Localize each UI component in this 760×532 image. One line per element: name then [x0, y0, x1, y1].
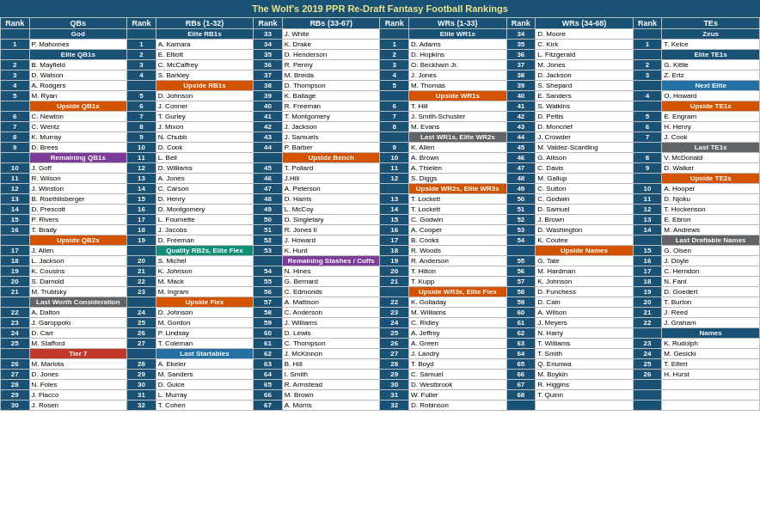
- qb-rank-23: 23: [1, 318, 30, 328]
- page-title: The Wolf's 2019 PPR Re-Draft Fantasy Foo…: [252, 3, 508, 14]
- wr1-player-19: R. Anderson: [408, 256, 506, 266]
- rb1-sec-upside: Upside RB1s: [156, 81, 254, 91]
- wr2-rank-64: 64: [506, 349, 536, 359]
- te-sec-upside2-rank: [633, 174, 662, 184]
- rb2-sec-upside: Upside Bench: [282, 153, 380, 163]
- rb1-player-17: L. Fournette: [156, 215, 254, 225]
- te-rank-24: 24: [633, 349, 662, 359]
- rb1-player-5: D. Johnson: [156, 91, 254, 101]
- wr1-player-4: J. Jones: [408, 70, 506, 81]
- rb2-player-43: J. Samuels: [282, 132, 380, 143]
- qb-player-30: J. Rosen: [29, 401, 127, 411]
- wr1-rank-3: 3: [380, 60, 409, 70]
- rb1-player-9: N. Chubb: [156, 132, 254, 143]
- wr1-player-7: J. Smith-Schuster: [408, 112, 506, 122]
- qb-rank-24: 24: [1, 328, 30, 339]
- col-header-wr1-rank: Rank: [380, 18, 409, 29]
- rb2-rank-36: 36: [254, 60, 283, 70]
- wr2-player-60: A. Wilson: [536, 308, 634, 318]
- rb1-player-18: J. Jacobs: [156, 225, 254, 235]
- te-player-7: J. Cook: [662, 132, 760, 143]
- rb2-rank-67: 67: [254, 401, 283, 411]
- wr1-rank-19: 19: [380, 256, 409, 266]
- te-sec-next-rank: [633, 81, 662, 91]
- col-header-rb1: RBs (1-32): [156, 18, 254, 29]
- wr1-player-22: K. Golladay: [408, 297, 506, 308]
- te-empty: [662, 380, 760, 390]
- te-rank-7: 7: [633, 132, 662, 143]
- te-player-1: T. Kelce: [662, 40, 760, 50]
- wr2-empty-rank: [506, 401, 536, 411]
- wr2-rank-48: 48: [506, 174, 536, 184]
- wr1-player-8: M. Evans: [408, 122, 506, 132]
- wr1-player-28: T. Boyd: [408, 359, 506, 370]
- rb1-player-15: D. Henry: [156, 194, 254, 205]
- wr2-rank-38: 38: [506, 70, 536, 81]
- qb-rank-26: 26: [1, 359, 30, 370]
- te-rank-16: 16: [633, 256, 662, 266]
- wr1-rank-30: 30: [380, 380, 409, 390]
- qb-rank-28: 28: [1, 380, 30, 390]
- te-section-zeus: Zeus: [662, 29, 760, 40]
- qb-sec-remaining: Remaining QB1s: [29, 153, 127, 163]
- wr1-player-18: R. Woods: [408, 246, 506, 256]
- qb-player-3: D. Watson: [29, 70, 127, 81]
- rb2-rank-65: 65: [254, 380, 283, 390]
- table-row: 26 M. Mariota 28 A. Ekeler 63 B. Hill 28…: [1, 359, 760, 370]
- wr1-rank-7: 7: [380, 112, 409, 122]
- wr2-rank-34: 34: [506, 29, 536, 40]
- rb2-player-61: C. Thompson: [282, 339, 380, 349]
- rb1-player-27: T. Coleman: [156, 339, 254, 349]
- wr1-player-30: D. Westbrook: [408, 380, 506, 390]
- te-sec-last: Last TE1s: [662, 143, 760, 153]
- wr1-rank-25: 25: [380, 328, 409, 339]
- te-sec-names: Names: [662, 328, 760, 339]
- rb1-sec-quality: Quality RB2s, Elite Flex: [156, 246, 254, 256]
- wr2-player-36: L. Fitzgerald: [536, 50, 634, 60]
- qb-player-9: D. Brees: [29, 143, 127, 153]
- rb2-player-60: D. Lewis: [282, 328, 380, 339]
- wr2-rank-55: 55: [506, 256, 536, 266]
- wr1-player-15: C. Godwin: [408, 215, 506, 225]
- rb1-rank-18: 18: [127, 225, 156, 235]
- rb1-player-30: D. Guice: [156, 380, 254, 390]
- wr1-section-elite: Elite WR1s: [408, 29, 506, 40]
- rb2-player-54: N. Hines: [282, 266, 380, 277]
- wr1-player-29: C. Samuel: [408, 370, 506, 380]
- rb2-rank-43: 43: [254, 132, 283, 143]
- qb-player-29: J. Flacco: [29, 390, 127, 401]
- wr1-player-1: D. Adams: [408, 40, 506, 50]
- te-player-22: J. Graham: [662, 318, 760, 328]
- te-sec-next: Next Elite: [662, 81, 760, 91]
- wr1-rank-31: 31: [380, 390, 409, 401]
- qb-player-26: M. Mariota: [29, 359, 127, 370]
- te-player-25: T. Eifert: [662, 359, 760, 370]
- wr2-rank-54: 54: [506, 235, 536, 246]
- wr2-player-63: T. Williams: [536, 339, 634, 349]
- wr2-player-65: Q. Enunwa: [536, 359, 634, 370]
- page-wrapper: The Wolf's 2019 PPR Re-Draft Fantasy Foo…: [0, 0, 760, 411]
- qb-rank-19: 19: [1, 266, 30, 277]
- te-rank-14: 14: [633, 225, 662, 235]
- wr2-player-42: D. Pettis: [536, 112, 634, 122]
- table-row: 6 C. Newton 7 T. Gurley 41 T. Montgomery…: [1, 112, 760, 122]
- wr2-rank-44: 44: [506, 132, 536, 143]
- wr1-player-25: A. Jeffrey: [408, 328, 506, 339]
- rb1-player-6: J. Conner: [156, 101, 254, 112]
- qb-rank-13: 13: [1, 194, 30, 205]
- rb2-player-42: J. Jackson: [282, 122, 380, 132]
- rb2-rank-54: 54: [254, 266, 283, 277]
- rb2-sec-remaining-rank: [254, 256, 283, 266]
- qb-player-27: D. Jones: [29, 370, 127, 380]
- table-row: 4 A. Rodgers Upside RB1s 38 D. Thompson …: [1, 81, 760, 91]
- te-rank-3: 3: [633, 70, 662, 81]
- rb2-rank-jwhite: 33: [254, 29, 283, 40]
- rb2-rank-45: 45: [254, 163, 283, 174]
- te-rank-26: 26: [633, 370, 662, 380]
- rb1-rank-29: 29: [127, 370, 156, 380]
- rb1-rank-elite: [127, 29, 156, 40]
- wr2-rank-42: 42: [506, 112, 536, 122]
- qb-sec-tier7-rank: [1, 349, 30, 359]
- rb1-sec-upside-flex: Upside Flex: [156, 297, 254, 308]
- qb-sec-upside2-rank: [1, 235, 30, 246]
